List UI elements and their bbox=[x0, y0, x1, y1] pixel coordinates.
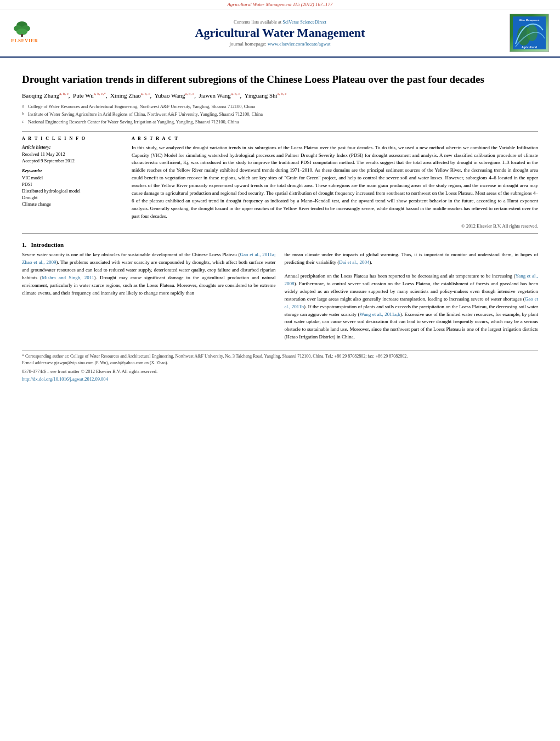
introduction-columns: Severe water scarcity is one of the key … bbox=[22, 251, 538, 341]
svg-text:Water Management: Water Management bbox=[519, 19, 540, 21]
svg-text:Agricultural: Agricultural bbox=[522, 46, 538, 49]
doi-line: http://dx.doi.org/10.1016/j.agwat.2012.0… bbox=[22, 376, 538, 382]
author-4: Yubao Wanga, b, c, bbox=[154, 92, 197, 99]
homepage-link[interactable]: www.elsevier.com/locate/agwat bbox=[268, 41, 330, 47]
sciverse-line: Contents lists available at SciVerse Sci… bbox=[55, 19, 505, 25]
footnote-email: E-mail addresses: gizwpn@vip.sina.com (P… bbox=[22, 360, 538, 366]
paper-title: Drought variation trends in different su… bbox=[22, 73, 538, 87]
journal-logo-box: Agricultural Water Management bbox=[505, 14, 549, 52]
author-1: Baoqing Zhanga, b, c, bbox=[22, 92, 71, 99]
intro-text-right-2: Annual precipitation on the Loess Platea… bbox=[285, 273, 539, 341]
journal-homepage: journal homepage: www.elsevier.com/locat… bbox=[55, 41, 505, 47]
affiliation-b: b Institute of Water Saving Agriculture … bbox=[22, 111, 538, 118]
received-date: Received 11 May 2012 bbox=[22, 151, 121, 157]
intro-col-left: Severe water scarcity is one of the key … bbox=[22, 251, 276, 341]
keywords-label: Keywords: bbox=[22, 168, 121, 173]
keyword-5: Climate change bbox=[22, 201, 121, 207]
affiliation-a: a College of Water Resources and Archite… bbox=[22, 103, 538, 110]
keyword-4: Drought bbox=[22, 195, 121, 200]
author-6: Yinguang Shia, b, c bbox=[244, 92, 286, 99]
author-2: Pute Wua, b, c,*, bbox=[73, 92, 109, 99]
author-3: Xining Zhaoa, b, c, bbox=[110, 92, 153, 99]
affiliation-c: c National Engineering Research Center f… bbox=[22, 118, 538, 126]
article-info-column: A R T I C L E I N F O Article history: R… bbox=[22, 136, 121, 229]
elsevier-logo: ELSEVIER bbox=[11, 21, 55, 46]
intro-col-right: the mean climate under the impacts of gl… bbox=[285, 251, 539, 341]
intro-text-left: Severe water scarcity is one of the key … bbox=[22, 251, 276, 297]
journal-header: ELSEVIER Contents lists available at Sci… bbox=[0, 9, 560, 58]
doi-link[interactable]: http://dx.doi.org/10.1016/j.agwat.2012.0… bbox=[22, 376, 108, 382]
abstract-column: A B S T R A C T In this study, we analyz… bbox=[132, 136, 538, 229]
affiliations-block: a College of Water Resources and Archite… bbox=[22, 103, 538, 125]
journal-title-block: Contents lists available at SciVerse Sci… bbox=[55, 19, 505, 47]
footnote-star: * Corresponding author at: College of Wa… bbox=[22, 353, 538, 360]
footnote-area: * Corresponding author at: College of Wa… bbox=[22, 350, 538, 382]
issn-line: 0378-3774/$ – see front matter © 2012 El… bbox=[22, 369, 538, 374]
accepted-date: Accepted 9 September 2012 bbox=[22, 158, 121, 163]
paper-body: Drought variation trends in different su… bbox=[0, 58, 560, 387]
journal-reference-bar: Agricultural Water Management 115 (2012)… bbox=[0, 0, 560, 9]
abstract-heading: A B S T R A C T bbox=[132, 136, 538, 141]
abstract-body: In this study, we analyzed the drought v… bbox=[132, 144, 538, 220]
awm-logo: Agricultural Water Management bbox=[510, 14, 549, 52]
keyword-1: VIC model bbox=[22, 175, 121, 180]
header-divider bbox=[22, 131, 538, 132]
keyword-3: Distributed hydrological model bbox=[22, 188, 121, 194]
sciverse-link[interactable]: SciVerse ScienceDirect bbox=[282, 19, 326, 25]
authors-line: Baoqing Zhanga, b, c, Pute Wua, b, c,*, … bbox=[22, 92, 538, 99]
journal-ref-text: Agricultural Water Management 115 (2012)… bbox=[227, 2, 332, 7]
abstract-body-divider bbox=[22, 233, 538, 234]
awm-logo-image: Agricultural Water Management bbox=[513, 16, 546, 49]
elsevier-tree-icon bbox=[11, 21, 33, 37]
intro-text-right: the mean climate under the impacts of gl… bbox=[285, 251, 539, 267]
keyword-2: PDSI bbox=[22, 182, 121, 187]
abstract-copyright: © 2012 Elsevier B.V. All rights reserved… bbox=[132, 223, 538, 229]
journal-title: Agricultural Water Management bbox=[55, 26, 505, 40]
info-abstract-columns: A R T I C L E I N F O Article history: R… bbox=[22, 136, 538, 229]
introduction-heading: 1. Introduction bbox=[22, 241, 538, 248]
article-info-heading: A R T I C L E I N F O bbox=[22, 136, 121, 141]
svg-rect-4 bbox=[21, 34, 23, 37]
article-history-label: Article history: bbox=[22, 144, 121, 150]
elsevier-brand-text: ELSEVIER bbox=[11, 38, 38, 43]
author-5: Jiawen Wanga, b, c, bbox=[199, 92, 243, 99]
